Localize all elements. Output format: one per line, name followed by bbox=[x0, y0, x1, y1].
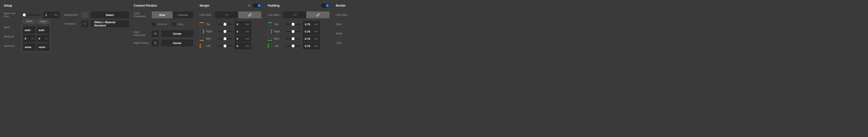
align-h-label: Align Horizontal bbox=[134, 31, 150, 37]
padding-sides-row-left: Left 0.75 em bbox=[268, 42, 330, 49]
dim-max-label: Maximum bbox=[4, 42, 20, 49]
dim-base-label: Base bbox=[4, 24, 20, 31]
margin-link-linked[interactable] bbox=[238, 11, 261, 18]
padding-sides-slider-bottom[interactable] bbox=[286, 38, 301, 39]
padding-sides-label-bottom: Bttm bbox=[274, 37, 283, 40]
padding-sides-swatch-bottom bbox=[268, 37, 272, 41]
reverse-label: Reverse bbox=[157, 23, 167, 26]
base-font-label: Base Font Size bbox=[4, 12, 20, 18]
margin-sides-row-top: Top 0 em bbox=[200, 21, 261, 28]
margin-sides-row-right: Right 0 em bbox=[200, 28, 261, 35]
align-h-icon[interactable] bbox=[152, 30, 159, 37]
padding-sides-label-right: Right bbox=[274, 30, 283, 33]
dim-min-height[interactable]: 0px bbox=[37, 35, 50, 42]
align-h-button[interactable]: Center bbox=[161, 30, 193, 37]
padding-link-linked[interactable] bbox=[306, 11, 330, 18]
panel-flexbox: Content Flexbox Child Placement Row Colu… bbox=[134, 3, 193, 134]
padding-sides-value-right[interactable]: 0.75 em bbox=[303, 28, 320, 35]
flex-title: Content Flexbox bbox=[134, 3, 193, 8]
svg-rect-6 bbox=[248, 4, 249, 7]
padding-sides-list: Top 0.75 em Right 0.75 em Bttm 0.75 em L… bbox=[268, 21, 330, 49]
border-link-label: Link Sides bbox=[336, 13, 349, 16]
padding-sides-swatch-left bbox=[268, 44, 272, 48]
padding-sides-value-bottom[interactable]: 0.75 em bbox=[303, 35, 320, 42]
padding-toggle[interactable] bbox=[321, 3, 330, 8]
margin-sides-slider-right[interactable] bbox=[218, 31, 232, 32]
dim-header-width: Width bbox=[23, 19, 35, 24]
svg-rect-3 bbox=[154, 42, 157, 42]
margin-header-icon[interactable] bbox=[247, 3, 251, 8]
panel-border: Border Link Sides Style Width Color bbox=[336, 3, 351, 134]
margin-sides-value-top[interactable]: 0 em bbox=[235, 21, 251, 28]
margin-sides-value-left[interactable]: 0 em bbox=[235, 42, 251, 49]
padding-title: Padding bbox=[268, 4, 279, 7]
margin-link-unlinked[interactable] bbox=[215, 11, 238, 18]
panel-margin: Margin Link Sides Top bbox=[200, 3, 261, 134]
svg-rect-1 bbox=[155, 33, 156, 34]
dim-header-height: Height bbox=[37, 19, 50, 24]
margin-sides-label-top: Top bbox=[206, 23, 215, 26]
margin-title: Margin bbox=[200, 4, 210, 7]
dim-base-height[interactable]: auto··· bbox=[37, 26, 50, 34]
padding-sides-row-bottom: Bttm 0.75 em bbox=[268, 35, 330, 42]
base-font-slider[interactable] bbox=[22, 14, 41, 15]
padding-sides-value-left[interactable]: 0.75 em bbox=[303, 42, 320, 49]
seg-row[interactable]: Row bbox=[152, 11, 173, 18]
svg-rect-5 bbox=[155, 44, 156, 44]
padding-sides-slider-right[interactable] bbox=[286, 31, 301, 32]
panel-setup: Setup Base Font Size 1 em Base bbox=[4, 3, 127, 134]
reverse-checkbox[interactable] bbox=[152, 22, 156, 26]
dim-min-width[interactable]: 0px bbox=[23, 35, 35, 42]
align-v-icon[interactable] bbox=[152, 40, 159, 46]
align-v-label: Align Vertical bbox=[134, 41, 150, 44]
margin-sides-value-bottom[interactable]: 0 em bbox=[235, 35, 251, 42]
margin-sides-label-left: Left bbox=[206, 44, 215, 47]
margin-sides-slider-bottom[interactable] bbox=[218, 38, 232, 39]
margin-sides-slider-top[interactable] bbox=[218, 24, 232, 25]
margin-sides-swatch-bottom bbox=[200, 37, 204, 41]
border-title: Border bbox=[336, 4, 346, 7]
background-select-button[interactable]: Select bbox=[91, 11, 129, 18]
margin-sides-slider-left[interactable] bbox=[218, 45, 232, 46]
padding-sides-row-top: Top 0.75 em bbox=[268, 21, 330, 28]
dimension-table: Width Height auto··· auto··· 0px 0px n bbox=[22, 22, 51, 52]
background-swatch[interactable] bbox=[81, 11, 89, 18]
padding-sides-value-top[interactable]: 0.75 em bbox=[303, 21, 320, 28]
setup-title: Setup bbox=[4, 3, 127, 8]
wrap-checkbox[interactable] bbox=[172, 22, 176, 26]
padding-sides-swatch-top bbox=[268, 22, 272, 26]
child-placement-segmented: Row Column bbox=[152, 11, 193, 18]
transition-reset-icon[interactable] bbox=[81, 21, 89, 27]
transition-button[interactable]: 300ms / Material Standard bbox=[91, 21, 129, 27]
margin-sides-swatch-right bbox=[200, 29, 204, 34]
padding-sides-slider-left[interactable] bbox=[286, 45, 301, 46]
margin-link-label: Link Sides bbox=[200, 13, 213, 16]
seg-column[interactable]: Column bbox=[173, 11, 193, 18]
dim-max-width[interactable]: none··· bbox=[23, 43, 35, 50]
dim-min-label: Minimum bbox=[4, 33, 20, 40]
padding-sides-label-left: Left bbox=[274, 44, 283, 47]
svg-rect-2 bbox=[156, 33, 157, 34]
child-placement-label: Child Placement bbox=[134, 12, 150, 18]
base-font-value[interactable]: 1 em bbox=[43, 11, 60, 18]
padding-sides-row-right: Right 0.75 em bbox=[268, 28, 330, 35]
margin-sides-value-right[interactable]: 0 em bbox=[235, 28, 251, 35]
margin-link-segmented bbox=[215, 11, 261, 18]
padding-sides-label-top: Top bbox=[274, 23, 283, 26]
margin-sides-list: Top 0 em Right 0 em Bttm 0 em Left bbox=[200, 21, 261, 49]
svg-rect-7 bbox=[249, 4, 250, 7]
padding-sides-slider-top[interactable] bbox=[286, 24, 301, 25]
border-color-label: Color bbox=[336, 41, 349, 44]
margin-sides-row-bottom: Bttm 0 em bbox=[200, 35, 261, 42]
dim-base-width[interactable]: auto··· bbox=[23, 26, 35, 34]
border-style-label: Style bbox=[336, 23, 349, 26]
padding-link-label: Link Sides bbox=[268, 13, 281, 16]
border-width-label: Width bbox=[336, 32, 349, 35]
align-v-button[interactable]: Center bbox=[161, 40, 193, 46]
margin-sides-row-left: Left 0 em bbox=[200, 42, 261, 49]
margin-toggle[interactable] bbox=[253, 3, 261, 8]
margin-sides-swatch-left bbox=[200, 44, 204, 48]
dim-max-height[interactable]: none··· bbox=[37, 43, 50, 50]
padding-link-unlinked[interactable] bbox=[283, 11, 306, 18]
panel-padding: Padding Link Sides Top 0.75 em bbox=[268, 3, 330, 134]
